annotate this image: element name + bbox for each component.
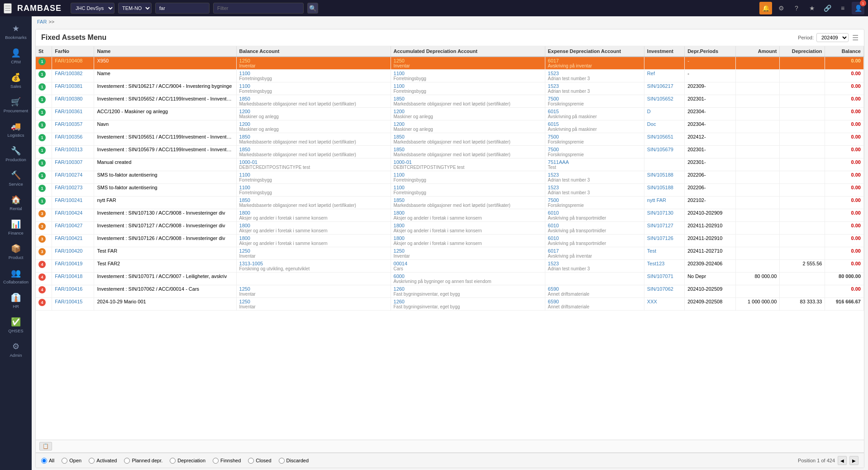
bal-acc-link[interactable]: 1200: [239, 121, 250, 127]
table-row[interactable]: 1 FAR/100357 Navn 1200Maskiner og anlegg…: [36, 120, 864, 133]
investment-link[interactable]: SIN/106217: [647, 83, 673, 89]
link-button[interactable]: 🔗: [821, 2, 834, 14]
farno-link[interactable]: FAR/100427: [55, 223, 82, 228]
bal-acc-link[interactable]: 1850: [239, 96, 250, 101]
investment-link[interactable]: SIN/105188: [647, 185, 673, 190]
exp-dep-link[interactable]: 6010: [548, 235, 559, 241]
bal-acc-link[interactable]: 1800: [239, 235, 250, 241]
farno-link[interactable]: FAR/100356: [55, 134, 82, 139]
bal-acc-link[interactable]: 1100: [239, 185, 250, 190]
farno-link[interactable]: FAR/100416: [55, 286, 82, 292]
investment-link[interactable]: D: [647, 109, 651, 114]
acc-dep-link[interactable]: 1000-01: [394, 159, 412, 165]
search-button[interactable]: 🔍: [307, 3, 318, 14]
investment-link[interactable]: Ref: [647, 71, 655, 76]
help-button[interactable]: ?: [790, 2, 803, 14]
list-button[interactable]: ≡: [836, 2, 849, 14]
user-button[interactable]: 👤 1: [852, 2, 864, 14]
bal-acc-link[interactable]: 1850: [239, 197, 250, 203]
table-row[interactable]: 3 FAR/100424 Investement : SIN/107130 / …: [36, 209, 864, 222]
sidebar-item-collaboration[interactable]: 👥 Collaboration: [2, 264, 30, 288]
acc-dep-link[interactable]: 1850: [394, 197, 405, 203]
sidebar-item-logistics[interactable]: 🚚 Logistics: [2, 118, 30, 141]
filter-finnshed[interactable]: Finnshed: [213, 458, 241, 464]
farno-link[interactable]: FAR/100424: [55, 210, 82, 216]
sidebar-item-procurement[interactable]: 🛒 Procurement: [2, 93, 30, 117]
investment-link[interactable]: Test123: [647, 261, 665, 266]
acc-dep-link[interactable]: 1260: [394, 299, 405, 304]
bal-acc-link[interactable]: 1200: [239, 109, 250, 114]
farno-link[interactable]: FAR/100241: [55, 197, 82, 203]
table-row[interactable]: 1 FAR/100273 SMS to-faktor autentisering…: [36, 184, 864, 197]
investment-link[interactable]: SIN/107126: [647, 235, 673, 241]
farno-link[interactable]: FAR/100313: [55, 147, 82, 152]
exp-dep-link[interactable]: 6590: [548, 299, 559, 304]
language-select[interactable]: TEM-NO: [118, 3, 152, 14]
table-row[interactable]: 1 FAR/100382 Name 1100Forretningsbygg 11…: [36, 70, 864, 82]
acc-dep-link[interactable]: 1100: [394, 71, 405, 76]
filter-activated[interactable]: Activated: [89, 458, 117, 464]
exp-dep-link[interactable]: 1523: [548, 261, 559, 266]
table-row[interactable]: 3 FAR/100427 Investement : SIN/107127 / …: [36, 222, 864, 235]
table-row[interactable]: 1 FAR/100307 Manual created 1000-01DEBIT…: [36, 158, 864, 171]
sidebar-item-service[interactable]: 🔨 Service: [2, 167, 30, 190]
sidebar-item-finance[interactable]: 📊 Finance: [2, 216, 30, 239]
acc-dep-link[interactable]: 1200: [394, 109, 405, 114]
exp-dep-link[interactable]: 1523: [548, 172, 559, 177]
table-row[interactable]: 1 FAR/100274 SMS to-faktor autentisering…: [36, 171, 864, 184]
exp-dep-link[interactable]: 7500: [548, 96, 559, 101]
filter-all[interactable]: All: [41, 458, 54, 464]
investment-link[interactable]: SIN/105651: [647, 134, 673, 139]
investment-link[interactable]: SIN/107071: [647, 273, 673, 279]
bal-acc-link[interactable]: 1100: [239, 172, 250, 177]
farno-link[interactable]: FAR/100361: [55, 109, 82, 114]
menu-toggle-button[interactable]: ☰: [4, 3, 12, 14]
table-row[interactable]: 1 FAR/100408 X950 1250Inventar 1250Inven…: [36, 57, 864, 70]
sidebar-item-qhses[interactable]: ✅ QHSES: [2, 313, 30, 337]
exp-dep-link[interactable]: 6015: [548, 109, 559, 114]
table-row[interactable]: 4 FAR/100415 2024-10-29 Mario 001 1250In…: [36, 298, 864, 311]
bal-acc-link[interactable]: 1800: [239, 210, 250, 216]
period-select[interactable]: 202409: [816, 33, 849, 42]
filter-open[interactable]: Open: [62, 458, 81, 464]
acc-dep-link[interactable]: 1100: [394, 172, 405, 177]
exp-dep-link[interactable]: 7500: [548, 197, 559, 203]
exp-dep-link[interactable]: 6017: [548, 248, 559, 254]
investment-link[interactable]: Doc: [647, 121, 656, 127]
table-row[interactable]: 1 FAR/100380 Investement : SIN/105652 / …: [36, 95, 864, 108]
farno-link[interactable]: FAR/100419: [55, 261, 82, 266]
acc-dep-link[interactable]: 1850: [394, 134, 405, 139]
farno-link[interactable]: FAR/100357: [55, 121, 82, 127]
farno-link[interactable]: FAR/100421: [55, 235, 82, 241]
acc-dep-link[interactable]: 1250: [394, 58, 405, 63]
bal-acc-link[interactable]: 1100: [239, 71, 250, 76]
settings-button[interactable]: ⚙: [775, 2, 787, 14]
company-select[interactable]: JHC DevSys: [71, 3, 114, 14]
prev-page-button[interactable]: ◀: [838, 456, 847, 465]
farno-link[interactable]: FAR/100380: [55, 96, 82, 101]
breadcrumb-far-link[interactable]: FAR: [37, 19, 47, 24]
acc-dep-link[interactable]: 1260: [394, 286, 405, 292]
options-button[interactable]: ☰: [852, 34, 858, 42]
table-row[interactable]: 4 FAR/100416 Investement : SIN/107062 / …: [36, 285, 864, 298]
table-row[interactable]: 1 FAR/100361 ACC/1200 - Maskiner og anle…: [36, 108, 864, 120]
table-row[interactable]: 1 FAR/100356 Investement : SIN/105651 / …: [36, 133, 864, 146]
farno-link[interactable]: FAR/100307: [55, 159, 82, 165]
sidebar-item-rental[interactable]: 🏠 Rental: [2, 191, 30, 215]
acc-dep-link[interactable]: 1800: [394, 223, 405, 228]
filter-closed[interactable]: Closed: [248, 458, 271, 464]
sidebar-item-crm[interactable]: 👤 CRM: [2, 44, 30, 68]
bal-acc-link[interactable]: 1250: [239, 248, 250, 254]
sidebar-item-admin[interactable]: ⚙ Admin: [2, 338, 30, 361]
acc-dep-link[interactable]: 1800: [394, 210, 405, 216]
sidebar-item-sales[interactable]: 💰 Sales: [2, 69, 30, 92]
bal-acc-link[interactable]: 1850: [239, 147, 250, 152]
exp-dep-link[interactable]: 6015: [548, 121, 559, 127]
exp-dep-link[interactable]: 6010: [548, 210, 559, 216]
investment-link[interactable]: SIN/107127: [647, 223, 673, 228]
filter-discarded[interactable]: Discarded: [279, 458, 309, 464]
exp-dep-link[interactable]: 6010: [548, 223, 559, 228]
acc-dep-link[interactable]: 6000: [394, 273, 405, 279]
table-row[interactable]: 4 FAR/100418 Investement : SIN/107071 / …: [36, 273, 864, 285]
table-row[interactable]: 1 FAR/100241 nytt FAR 1850Markedsbaserte…: [36, 197, 864, 209]
